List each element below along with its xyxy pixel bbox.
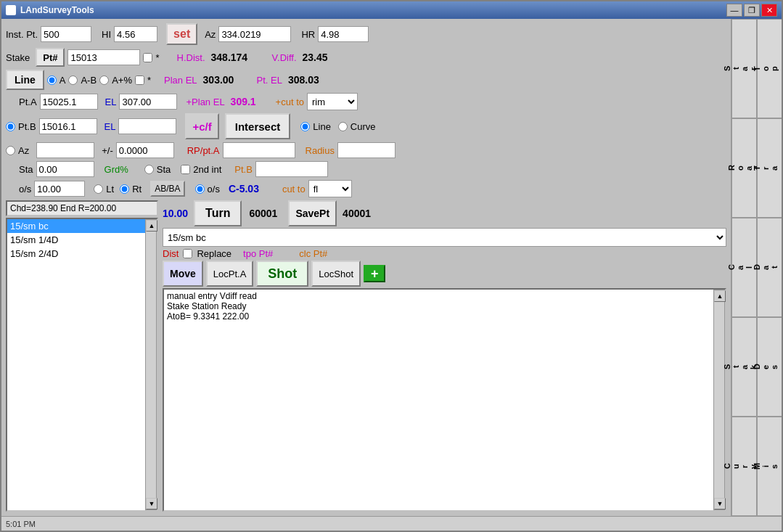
log-box: manual entry Vdiff read Stake Station Re… bbox=[163, 288, 726, 512]
el-label: EL bbox=[105, 97, 117, 107]
radio-sta2[interactable] bbox=[144, 165, 154, 174]
ab-ba-button[interactable]: AB/BA bbox=[150, 181, 184, 197]
radio-a-label: A bbox=[60, 75, 66, 86]
os-label: o/s bbox=[19, 184, 31, 195]
list-item-2[interactable]: 15/sm 1/4D bbox=[7, 233, 145, 247]
pt-el-label: Pt. EL bbox=[257, 75, 282, 86]
move-button[interactable]: Move bbox=[163, 261, 203, 287]
os-input[interactable] bbox=[34, 181, 85, 197]
shot-button[interactable]: Shot bbox=[256, 261, 308, 287]
plus-button[interactable]: + bbox=[364, 265, 385, 282]
hi-input[interactable] bbox=[114, 26, 157, 42]
rp-pta-label: RP/pt.A bbox=[187, 145, 220, 156]
radio-ab[interactable] bbox=[68, 75, 78, 85]
tab-misc[interactable]: Misc bbox=[757, 417, 782, 516]
row-os: o/s Lt Rt AB/BA o/s C-5.03 cut to fl rim… bbox=[6, 180, 726, 197]
pt-value: 60001 bbox=[249, 208, 285, 219]
cut-to2-select[interactable]: fl rim top inv bbox=[308, 180, 352, 197]
plusminus-input[interactable] bbox=[116, 142, 174, 158]
minimize-button[interactable]: — bbox=[726, 4, 742, 17]
radius-label: Radius bbox=[306, 145, 335, 156]
radio-lt[interactable] bbox=[94, 184, 103, 194]
title-bar-buttons: — ❐ ✕ bbox=[726, 4, 777, 17]
cut-to-select[interactable]: rim fl top inv bbox=[307, 93, 358, 110]
curve-radio-label: Curve bbox=[350, 121, 376, 132]
radio-apct[interactable] bbox=[99, 75, 109, 85]
title-bar: LAndSurveyTools — ❐ ✕ bbox=[1, 1, 782, 19]
line-button[interactable]: Line bbox=[6, 70, 44, 90]
listbox-scrollbar[interactable]: ▲ ▼ bbox=[145, 219, 157, 510]
intersect-button[interactable]: Intersect bbox=[225, 113, 291, 139]
listbox-header: Chd=238.90 End R=200.00 bbox=[6, 200, 158, 216]
locpta-button[interactable]: LocPt.A bbox=[206, 261, 254, 287]
pta-input[interactable] bbox=[40, 94, 98, 110]
listbox-container: 15/sm bc 15/sm 1/4D 15/sm 2/4D ▲ ▼ bbox=[6, 218, 158, 512]
log-scrollbar[interactable]: ▲ ▼ bbox=[713, 290, 725, 510]
tab-trav[interactable]: Trav bbox=[757, 118, 782, 218]
el-b-label: EL bbox=[104, 121, 116, 132]
cf-button[interactable]: +c/f bbox=[185, 113, 218, 139]
rp-pta-input[interactable] bbox=[223, 142, 295, 158]
radio-ab-label: A-B bbox=[81, 75, 97, 86]
listbox[interactable]: 15/sm bc 15/sm 1/4D 15/sm 2/4D bbox=[7, 219, 145, 510]
savept-button[interactable]: SavePt bbox=[288, 200, 337, 226]
window-title: LAndSurveyTools bbox=[20, 5, 94, 15]
radio-os2[interactable] bbox=[195, 184, 205, 194]
radio-line[interactable] bbox=[300, 122, 310, 131]
set-button[interactable]: set bbox=[166, 23, 197, 45]
listbox-area: Chd=238.90 End R=200.00 15/sm bc 15/sm 1… bbox=[6, 200, 158, 512]
pt-hash-button[interactable]: Pt# bbox=[36, 48, 65, 67]
log-scroll-down[interactable]: ▼ bbox=[714, 498, 726, 510]
radio-curve[interactable] bbox=[338, 122, 348, 131]
az-row-label: Az bbox=[18, 145, 29, 156]
second-int-checkbox[interactable] bbox=[181, 165, 190, 174]
az-row-input[interactable] bbox=[36, 142, 94, 158]
tab-desc[interactable]: Desc bbox=[757, 317, 782, 417]
radio-a[interactable] bbox=[47, 75, 57, 85]
scroll-down[interactable]: ▼ bbox=[146, 498, 157, 510]
close-button[interactable]: ✕ bbox=[761, 4, 777, 17]
plus-plan-el-label: +Plan EL bbox=[186, 97, 224, 107]
log-line-3: AtoB= 9.3341 222.00 bbox=[167, 311, 710, 322]
ptb2-input[interactable] bbox=[255, 161, 328, 177]
line-star-checkbox[interactable] bbox=[135, 75, 144, 85]
plusminus-label: +/- bbox=[102, 145, 113, 156]
dist-label: Dist bbox=[163, 248, 179, 259]
ptb2-label: Pt.B bbox=[234, 164, 253, 175]
sta2-label: Sta bbox=[157, 164, 171, 175]
radio-az[interactable] bbox=[6, 146, 15, 155]
inst-pt-input[interactable] bbox=[41, 26, 91, 42]
radius-input[interactable] bbox=[337, 142, 395, 158]
star-checkbox[interactable] bbox=[143, 53, 152, 62]
radio-rt[interactable] bbox=[120, 184, 129, 194]
stake-label: Stake bbox=[6, 52, 30, 63]
stake-pt-input[interactable] bbox=[67, 49, 140, 65]
main-window: LAndSurveyTools — ❐ ✕ Inst. Pt. HI set A… bbox=[0, 0, 783, 532]
scroll-up[interactable]: ▲ bbox=[146, 220, 157, 232]
replace-checkbox[interactable] bbox=[183, 249, 192, 258]
turn-button[interactable]: Turn bbox=[194, 200, 242, 226]
row-pta: Pt.A EL +Plan EL 309.1 +cut to rim fl to… bbox=[6, 93, 726, 110]
maximize-button[interactable]: ❐ bbox=[744, 4, 760, 17]
locshot-button[interactable]: LocShot bbox=[311, 261, 361, 287]
el-b-input[interactable] bbox=[118, 118, 176, 134]
tab-data[interactable]: Data bbox=[757, 218, 782, 317]
dist-row: Dist Replace tpo Pt# clc Pt# bbox=[163, 248, 726, 259]
hdist-value: 348.174 bbox=[211, 52, 262, 63]
pt-el-value: 308.03 bbox=[288, 74, 319, 86]
az-input[interactable] bbox=[218, 26, 291, 42]
star-label: * bbox=[155, 52, 159, 63]
list-item-3[interactable]: 15/sm 2/4D bbox=[7, 247, 145, 261]
list-item-1[interactable]: 15/sm bc bbox=[7, 219, 145, 233]
inst-pt-label: Inst. Pt. bbox=[6, 29, 38, 40]
sm-dropdown[interactable]: 15/sm bc 15/sm 1/4D 15/sm 2/4D bbox=[163, 228, 726, 247]
log-scroll-up[interactable]: ▲ bbox=[714, 290, 726, 302]
ptb-input[interactable] bbox=[39, 118, 97, 134]
tab-topo[interactable]: Topo bbox=[757, 19, 782, 118]
sta-input[interactable] bbox=[36, 161, 94, 177]
hdist-label: H.Dist. bbox=[177, 52, 205, 63]
radio-ptb[interactable] bbox=[6, 122, 15, 131]
action-row: Move LocPt.A Shot LocShot + bbox=[163, 261, 726, 287]
hr-input[interactable] bbox=[318, 26, 369, 42]
el-a-input[interactable] bbox=[119, 94, 177, 110]
